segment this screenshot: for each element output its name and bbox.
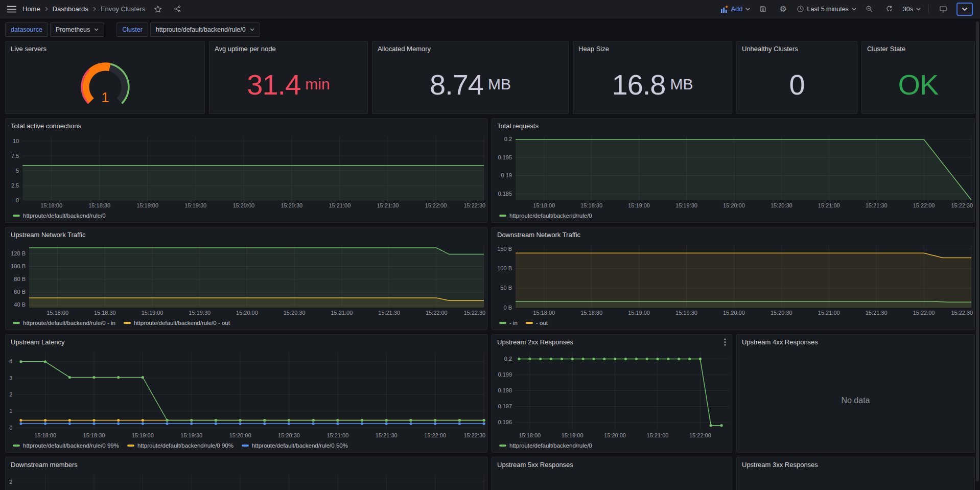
svg-text:15:19:00: 15:19:00: [136, 202, 158, 208]
live-servers-gauge[interactable]: 1: [6, 55, 204, 113]
legend-label: httproute/default/backend/rule/0: [23, 213, 106, 219]
cluster-select[interactable]: httproute/default/backend/rule/0: [150, 22, 260, 37]
svg-text:2.5: 2.5: [11, 182, 19, 189]
svg-text:15:18:00: 15:18:00: [40, 202, 62, 208]
legend-item[interactable]: - in: [499, 320, 518, 326]
svg-text:0.196: 0.196: [498, 419, 512, 425]
svg-text:5: 5: [16, 168, 19, 174]
scrollbar-thumb[interactable]: [976, 21, 979, 481]
stat-number: OK: [898, 68, 939, 101]
stat-value: 31.4 min: [209, 55, 367, 113]
panel-title: Total active connections: [11, 122, 81, 130]
chart-total-requests[interactable]: 0.20.1950.190.18515:18:0015:18:3015:19:0…: [492, 132, 974, 211]
svg-text:15:19:00: 15:19:00: [628, 310, 650, 316]
cluster-filter-label[interactable]: Cluster: [116, 22, 148, 37]
breadcrumb-home[interactable]: Home: [22, 5, 40, 13]
panel-menu-kebab-icon[interactable]: [722, 337, 728, 349]
svg-text:15:21:00: 15:21:00: [326, 432, 348, 438]
stat-number: 8.74: [430, 68, 483, 101]
chart-downstream-members[interactable]: 215:18:0015:18:3015:19:0015:19:3015:20:0…: [6, 471, 487, 490]
stat-number: 0: [789, 68, 804, 101]
panel-heap-size: Heap Size 16.8 MB: [573, 41, 732, 114]
breadcrumb-dashboards[interactable]: Dashboards: [53, 5, 88, 13]
breadcrumb-current-page[interactable]: Envoy Clusters: [101, 5, 145, 13]
chart-legend: httproute/default/backend/rule/0 99%http…: [6, 441, 487, 452]
svg-text:15:19:00: 15:19:00: [562, 432, 584, 438]
stat-value: 16.8 MB: [573, 55, 732, 113]
chart-upstream-network-traffic[interactable]: 120 B100 B80 B60 B40 B15:18:0015:18:3015…: [6, 241, 487, 318]
panel-downstream-network-traffic: Downstream Network Traffic 150 B100 B50 …: [492, 227, 975, 330]
legend-item[interactable]: httproute/default/backend/rule/0 50%: [242, 442, 348, 449]
stat-value: 0: [737, 55, 857, 113]
panel-downstream-members: Downstream members 215:18:0015:18:3015:1…: [5, 457, 487, 490]
breadcrumb: Home Dashboards Envoy Clusters: [22, 5, 145, 13]
svg-text:15:22:00: 15:22:00: [426, 310, 448, 316]
caret-down-icon: [250, 28, 254, 31]
add-button-label: Add: [731, 5, 742, 13]
chart-legend: httproute/default/backend/rule/0: [492, 211, 974, 222]
chart-upstream-5xx-responses[interactable]: [492, 471, 732, 490]
refresh-interval-picker[interactable]: 30s: [903, 6, 921, 13]
svg-text:15:22:00: 15:22:00: [425, 202, 447, 208]
panel-title: Upstream Network Traffic: [11, 231, 85, 239]
chart-upstream-latency[interactable]: 4321015:18:0015:18:3015:19:0015:19:3015:…: [6, 348, 487, 441]
chart-total-active-connections[interactable]: 107.552.5015:18:0015:18:3015:19:0015:19:…: [6, 132, 487, 211]
panel-title: Unhealthy Clusters: [742, 45, 798, 53]
panel-total-requests: Total requests 0.20.1950.190.18515:18:00…: [492, 118, 975, 223]
svg-text:15:18:00: 15:18:00: [533, 310, 555, 316]
svg-text:1: 1: [9, 408, 12, 414]
svg-text:15:20:00: 15:20:00: [232, 202, 254, 208]
legend-label: httproute/default/backend/rule/0: [509, 213, 592, 219]
legend-item[interactable]: httproute/default/backend/rule/0: [499, 213, 592, 219]
stat-unit: MB: [488, 76, 511, 93]
legend-item[interactable]: httproute/default/backend/rule/0: [13, 213, 106, 219]
datasource-select[interactable]: Prometheus: [50, 22, 104, 37]
panel-title: Downstream Network Traffic: [497, 231, 580, 239]
datasource-filter-label[interactable]: datasource: [5, 22, 48, 37]
svg-text:0: 0: [9, 425, 12, 431]
legend-item[interactable]: - out: [526, 320, 548, 326]
legend-item[interactable]: httproute/default/backend/rule/0 90%: [127, 442, 234, 449]
chart-upstream-2xx-responses[interactable]: 0.20.1990.1980.1970.19615:18:0015:19:001…: [492, 348, 732, 441]
star-icon[interactable]: [151, 3, 165, 16]
dashboard-filters: datasource Prometheus Cluster httproute/…: [0, 18, 980, 41]
panel-title: Upstream 5xx Responses: [497, 461, 573, 469]
panel-title: Total requests: [497, 122, 539, 130]
save-dashboard-icon[interactable]: [757, 3, 770, 16]
svg-text:15:20:30: 15:20:30: [771, 310, 792, 316]
zoom-out-icon[interactable]: [863, 3, 876, 16]
panel-title: Downstream members: [11, 461, 78, 469]
legend-swatch: [499, 215, 506, 217]
kiosk-monitor-icon[interactable]: [937, 3, 950, 16]
legend-item[interactable]: httproute/default/backend/rule/0: [499, 442, 592, 449]
caret-down-icon: [916, 8, 921, 11]
svg-text:0.185: 0.185: [498, 191, 512, 197]
chart-upstream-3xx-responses[interactable]: [737, 471, 974, 490]
svg-text:15:21:30: 15:21:30: [377, 202, 399, 208]
legend-item[interactable]: httproute/default/backend/rule/0 - in: [13, 320, 115, 326]
collapse-nav-button[interactable]: [956, 3, 973, 16]
svg-text:15:20:00: 15:20:00: [723, 202, 745, 208]
share-icon[interactable]: [171, 3, 184, 16]
svg-text:0.197: 0.197: [498, 403, 512, 409]
svg-text:15:22:30: 15:22:30: [463, 310, 485, 316]
panel-live-servers: Live servers 1: [5, 41, 205, 114]
time-range-picker[interactable]: Last 5 minutes: [797, 5, 856, 13]
add-button[interactable]: Add: [720, 5, 750, 13]
refresh-icon[interactable]: [883, 3, 896, 16]
panel-cluster-state: Cluster State OK: [861, 41, 975, 114]
chart-legend: httproute/default/backend/rule/0 - inhtt…: [6, 318, 487, 330]
legend-item[interactable]: httproute/default/backend/rule/0 99%: [13, 442, 119, 449]
chart-downstream-network-traffic[interactable]: 150 B100 B50 B0 B15:18:0015:18:3015:19:0…: [492, 241, 974, 318]
svg-text:15:18:30: 15:18:30: [94, 310, 116, 316]
caret-down-icon: [852, 8, 856, 11]
svg-text:15:18:00: 15:18:00: [34, 432, 56, 438]
svg-text:15:21:30: 15:21:30: [866, 310, 888, 316]
svg-text:15:19:30: 15:19:30: [675, 310, 697, 316]
legend-item[interactable]: httproute/default/backend/rule/0 - out: [124, 320, 230, 326]
svg-text:2: 2: [9, 479, 12, 485]
settings-gear-icon[interactable]: ⚙: [777, 3, 790, 16]
menu-icon[interactable]: [7, 6, 16, 13]
svg-text:15:22:00: 15:22:00: [913, 310, 935, 316]
panel-total-active-connections: Total active connections 107.552.5015:18…: [5, 118, 487, 223]
